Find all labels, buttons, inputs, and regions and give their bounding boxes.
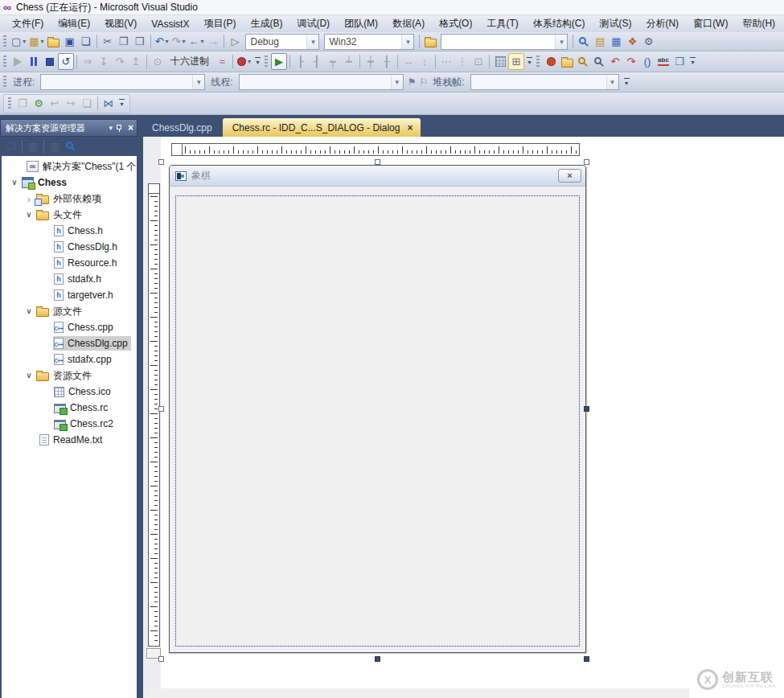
selection-handle[interactable] bbox=[584, 656, 589, 662]
space-across-button[interactable]: ⋯ bbox=[438, 53, 454, 70]
va-undo-button[interactable]: ↶ bbox=[607, 53, 623, 70]
document-tab[interactable]: ChessDlg.cpp bbox=[142, 118, 223, 137]
expander-expanded-icon[interactable]: ∨ bbox=[23, 372, 35, 380]
vassistx-button[interactable] bbox=[543, 53, 559, 70]
align-tops-button[interactable]: ┯ bbox=[325, 53, 341, 70]
va-spellcheck-button[interactable]: abc bbox=[655, 53, 671, 70]
align-bottoms-button[interactable]: ┷ bbox=[341, 53, 357, 70]
menu-item[interactable]: 团队(M) bbox=[337, 15, 385, 32]
menu-item[interactable]: 窗口(W) bbox=[686, 15, 735, 32]
properties-window-button[interactable]: ▤ bbox=[592, 33, 608, 50]
restart-button[interactable]: ↺ bbox=[58, 53, 74, 70]
thread-marker-button[interactable]: ≈ bbox=[214, 53, 230, 70]
menu-item[interactable]: 体系结构(C) bbox=[526, 15, 593, 32]
same-width-button[interactable]: ↔ bbox=[400, 53, 417, 70]
undo-button[interactable]: ↶▾ bbox=[154, 33, 170, 50]
menu-item[interactable]: 数据(A) bbox=[385, 15, 432, 32]
stack-frame-combo[interactable]: ▾ bbox=[470, 74, 619, 90]
close-icon[interactable]: × bbox=[128, 123, 133, 133]
selection-handle[interactable] bbox=[158, 159, 164, 165]
space-down-button[interactable]: ⋮ bbox=[454, 53, 470, 70]
va-find-symbol-button[interactable] bbox=[591, 53, 607, 70]
tree-item[interactable]: stdafx.cpp bbox=[2, 351, 137, 367]
step-over-button[interactable]: ↷ bbox=[112, 53, 128, 70]
tree-item[interactable]: targetver.h bbox=[2, 287, 137, 303]
stop-button[interactable] bbox=[42, 53, 58, 70]
tree-item[interactable]: Chess.cpp bbox=[2, 319, 137, 335]
size-to-content-button[interactable]: ⊡ bbox=[470, 53, 486, 70]
find-combo[interactable]: ▾ bbox=[441, 34, 568, 50]
toolbar-overflow-button[interactable]: ▾ bbox=[624, 78, 630, 87]
tree-item[interactable]: ∨资源文件 bbox=[2, 367, 137, 384]
dialog-close-button[interactable]: × bbox=[558, 169, 581, 183]
data-sources-button[interactable]: ▦ bbox=[608, 33, 624, 50]
toolbar-grip[interactable] bbox=[265, 55, 268, 68]
save-button[interactable]: ▣ bbox=[62, 33, 78, 50]
selection-handle[interactable] bbox=[584, 406, 589, 412]
dialog-design-surface[interactable]: 象棋 × bbox=[169, 165, 586, 653]
toggle-grid-button[interactable] bbox=[492, 53, 508, 70]
window-menu-icon[interactable]: ▾ bbox=[109, 124, 113, 132]
cut-button[interactable]: ✂ bbox=[100, 33, 116, 50]
menu-item[interactable]: 测试(S) bbox=[592, 15, 638, 32]
toolbar-grip[interactable] bbox=[8, 97, 11, 110]
dialog-titlebar[interactable]: 象棋 × bbox=[170, 166, 585, 187]
pause-button[interactable] bbox=[26, 53, 42, 70]
tree-item[interactable]: Chess.rc2 bbox=[2, 416, 137, 432]
tree-item[interactable]: ChessDlg.cpp bbox=[2, 335, 137, 351]
va-redo-button[interactable]: ↷ bbox=[623, 53, 639, 70]
open-file-button[interactable] bbox=[46, 33, 62, 50]
toolbar-grip[interactable] bbox=[3, 35, 6, 48]
add-item-button[interactable]: ▦▾ bbox=[27, 33, 45, 50]
va-paren-button[interactable]: () bbox=[639, 53, 655, 70]
options-button[interactable]: ⚙ bbox=[640, 33, 656, 50]
menu-item[interactable]: 帮助(H) bbox=[735, 15, 782, 32]
dialog-client-area[interactable] bbox=[170, 187, 585, 652]
tree-item[interactable]: Resource.h bbox=[2, 255, 137, 271]
menu-item[interactable]: 文件(F) bbox=[5, 15, 51, 32]
se-new-item-button[interactable]: ▤ bbox=[25, 139, 41, 154]
se-pages-button[interactable]: ❐ bbox=[3, 139, 19, 154]
test-dialog-button[interactable]: ▶ bbox=[271, 53, 287, 70]
copy-doc-button[interactable]: ❏ bbox=[79, 95, 95, 112]
expander-collapsed-icon[interactable]: › bbox=[23, 194, 35, 204]
toolbar-grip[interactable] bbox=[3, 76, 6, 88]
center-horizontal-button[interactable]: ┿ bbox=[363, 53, 379, 70]
tree-item[interactable]: ∞解决方案"Chess"(1 个项目) bbox=[2, 158, 137, 174]
compare-files-button[interactable]: ❖ bbox=[624, 33, 640, 50]
hex-button[interactable]: 十六进制 bbox=[166, 53, 214, 70]
align-rights-button[interactable]: ┨ bbox=[309, 53, 325, 70]
expander-expanded-icon[interactable]: ∨ bbox=[23, 307, 35, 315]
find-symbol-button[interactable] bbox=[576, 33, 592, 50]
start-debug-button[interactable]: ▷ bbox=[227, 33, 243, 50]
navigate-back-button[interactable]: ←▾ bbox=[187, 33, 205, 50]
forward-doc-button[interactable]: ↪ bbox=[63, 95, 79, 112]
menu-item[interactable]: 工具(T) bbox=[479, 15, 525, 32]
menu-item[interactable]: VAssistX bbox=[144, 17, 196, 31]
configuration-combo[interactable]: Debug ▾ bbox=[245, 34, 319, 50]
selection-handle[interactable] bbox=[375, 159, 380, 165]
selection-handle[interactable] bbox=[158, 656, 164, 662]
breakpoint-time-button[interactable]: ⊙ bbox=[150, 53, 166, 70]
tree-item[interactable]: Chess.ico bbox=[2, 384, 137, 400]
tree-item[interactable]: ReadMe.txt bbox=[2, 432, 137, 448]
toolbar-overflow-button[interactable]: ▾ bbox=[255, 57, 261, 66]
menu-item[interactable]: 编辑(E) bbox=[51, 15, 97, 32]
toolbar-grip[interactable] bbox=[3, 55, 6, 68]
expander-expanded-icon[interactable]: ∨ bbox=[23, 211, 35, 219]
tree-item[interactable]: Chess.rc bbox=[2, 400, 137, 416]
selection-handle[interactable] bbox=[158, 406, 164, 412]
tab-close-icon[interactable]: × bbox=[407, 123, 413, 133]
platform-combo[interactable]: Win32 ▾ bbox=[324, 34, 414, 50]
flag-icon[interactable]: ⚑ bbox=[408, 76, 417, 88]
continue-button[interactable] bbox=[10, 53, 26, 70]
se-find-button[interactable] bbox=[63, 139, 79, 154]
flag-outline-icon[interactable]: ⚐ bbox=[419, 76, 428, 88]
step-out-button[interactable]: ↥ bbox=[128, 53, 144, 70]
toolbar-overflow-button[interactable]: ▾ bbox=[119, 99, 125, 108]
same-height-button[interactable]: ↕ bbox=[417, 53, 433, 70]
sync-class-view-button[interactable]: ⚙ bbox=[31, 95, 47, 112]
menu-item[interactable]: 视图(V) bbox=[97, 15, 144, 32]
menu-item[interactable]: 生成(B) bbox=[243, 15, 289, 32]
thread-combo[interactable]: ▾ bbox=[239, 74, 404, 90]
